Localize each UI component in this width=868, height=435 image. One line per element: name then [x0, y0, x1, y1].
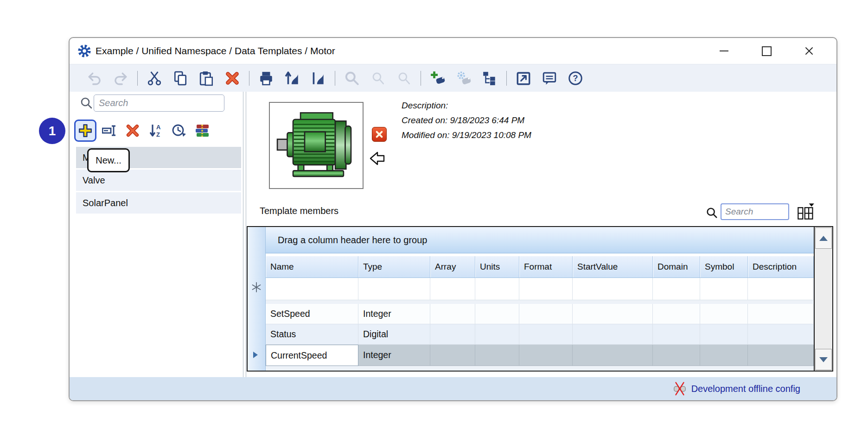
configure-tag-button[interactable]: [456, 70, 472, 86]
config-status-label[interactable]: Development offline config: [691, 384, 800, 394]
cell[interactable]: [475, 278, 519, 300]
column-header-type[interactable]: Type: [358, 256, 430, 277]
help-button[interactable]: ?: [568, 70, 583, 86]
sidebar-search-input[interactable]: [94, 95, 224, 112]
column-header-description[interactable]: Description: [748, 256, 814, 277]
archive-button[interactable]: [193, 121, 211, 140]
delete-button[interactable]: [224, 70, 240, 86]
cell[interactable]: [653, 278, 700, 300]
modified-on: Modified on: 9/19/2023 10:08 PM: [402, 128, 531, 143]
scroll-down-button[interactable]: [815, 349, 832, 370]
find-next-button[interactable]: [370, 70, 386, 86]
sidebar-actions: AZ: [100, 121, 211, 140]
column-header-units[interactable]: Units: [475, 256, 519, 277]
new-tooltip-text: New...: [96, 155, 121, 166]
cell-name[interactable]: CurrentSpeed: [266, 345, 358, 366]
cell[interactable]: [430, 324, 475, 345]
cell[interactable]: [653, 345, 700, 366]
member-row-setspeed[interactable]: SetSpeed Integer: [266, 304, 814, 324]
column-header-array[interactable]: Array: [430, 256, 475, 277]
member-row-currentspeed[interactable]: CurrentSpeed Integer: [266, 345, 814, 366]
cell-type[interactable]: Digital: [358, 324, 430, 345]
remove-image-button[interactable]: [372, 127, 387, 142]
cell[interactable]: [430, 304, 475, 324]
cell[interactable]: [748, 304, 814, 324]
cell[interactable]: [748, 278, 814, 300]
template-list-item-solarpanel[interactable]: SolarPanel: [76, 192, 241, 214]
find-button[interactable]: [344, 70, 360, 86]
cell[interactable]: [700, 345, 748, 366]
column-chooser-icon: [797, 202, 815, 221]
cell[interactable]: [358, 278, 430, 300]
cell[interactable]: [475, 345, 519, 366]
group-by-band[interactable]: Drag a column header here to group: [266, 227, 814, 253]
copy-button[interactable]: [172, 70, 188, 86]
template-list-item-valve[interactable]: Valve: [76, 170, 241, 191]
cell[interactable]: [653, 304, 700, 324]
hierarchy-button[interactable]: [482, 70, 498, 86]
history-button[interactable]: [170, 121, 188, 140]
column-header-symbol[interactable]: Symbol: [700, 256, 748, 277]
new-member-row[interactable]: [266, 278, 814, 300]
panel-splitter[interactable]: [243, 92, 246, 377]
column-header-domain[interactable]: Domain: [653, 256, 700, 277]
paste-icon: [198, 70, 214, 86]
main-toolbar: ?: [70, 64, 836, 92]
undo-button[interactable]: [87, 70, 102, 86]
cell-name[interactable]: SetSpeed: [266, 304, 358, 324]
cell[interactable]: [573, 324, 653, 345]
cell-type[interactable]: Integer: [358, 345, 430, 366]
cell[interactable]: [519, 324, 573, 345]
cell[interactable]: [653, 324, 700, 345]
cell[interactable]: [430, 345, 475, 366]
close-button[interactable]: [802, 44, 816, 58]
cell-type[interactable]: Integer: [358, 304, 430, 324]
cell-name[interactable]: Status: [266, 324, 358, 345]
row-selector-gutter[interactable]: [248, 227, 266, 371]
cell[interactable]: [748, 324, 814, 345]
cell[interactable]: [266, 278, 358, 300]
column-chooser-button[interactable]: [796, 201, 816, 221]
delete-template-button[interactable]: [123, 121, 142, 140]
cell[interactable]: [475, 324, 519, 345]
cell[interactable]: [573, 345, 653, 366]
scroll-up-icon: [819, 236, 828, 241]
members-search-input[interactable]: [721, 203, 789, 220]
offline-connection-icon: [673, 382, 687, 396]
cell[interactable]: [519, 304, 573, 324]
cell[interactable]: [700, 304, 748, 324]
cell[interactable]: [700, 324, 748, 345]
column-header-startvalue[interactable]: StartValue: [573, 256, 653, 277]
cell[interactable]: [573, 278, 653, 300]
cell[interactable]: [519, 345, 573, 366]
cell[interactable]: [475, 304, 519, 324]
member-row-status[interactable]: Status Digital: [266, 324, 814, 345]
column-header-format[interactable]: Format: [519, 256, 573, 277]
notes-button[interactable]: [542, 70, 557, 86]
redo-button[interactable]: [113, 70, 128, 86]
scroll-up-button[interactable]: [815, 227, 832, 249]
cell[interactable]: [700, 278, 748, 300]
add-template-button[interactable]: [74, 120, 96, 142]
search-next-icon: [370, 70, 386, 86]
minimize-button[interactable]: [717, 44, 731, 58]
sort-templates-button[interactable]: AZ: [147, 121, 165, 140]
find-previous-button[interactable]: [396, 70, 412, 86]
print-button[interactable]: [258, 70, 274, 86]
revert-image-button[interactable]: [368, 151, 386, 166]
cut-button[interactable]: [147, 70, 162, 86]
cell[interactable]: [748, 345, 814, 366]
rename-template-button[interactable]: [100, 121, 119, 140]
export-tags-icon: [310, 70, 326, 86]
import-tags-button[interactable]: [284, 70, 300, 86]
maximize-button[interactable]: [760, 44, 773, 58]
cell[interactable]: [519, 278, 573, 300]
export-tags-button[interactable]: [310, 70, 326, 86]
vertical-scrollbar[interactable]: [814, 227, 832, 371]
paste-button[interactable]: [198, 70, 214, 86]
open-window-button[interactable]: [516, 70, 531, 86]
cell[interactable]: [573, 304, 653, 324]
column-header-name[interactable]: Name: [266, 256, 358, 277]
cell[interactable]: [430, 278, 475, 300]
add-tag-button[interactable]: [430, 70, 446, 86]
